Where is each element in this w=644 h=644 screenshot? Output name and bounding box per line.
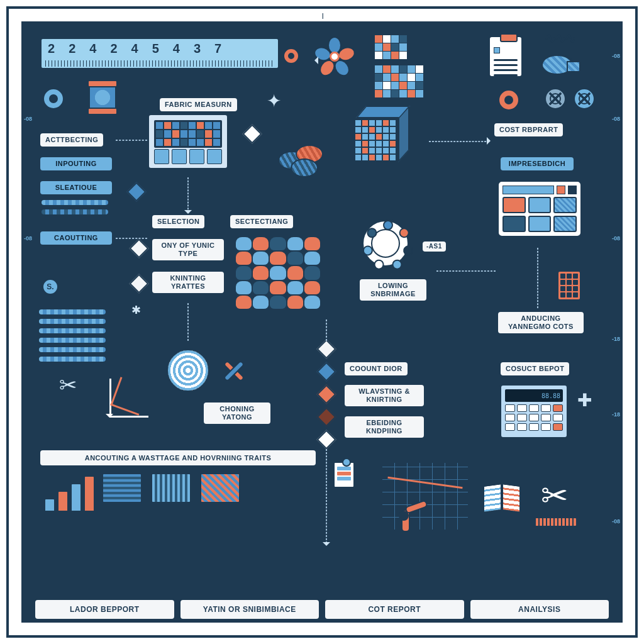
node-weaving[interactable]: WLAVSTING & KNIRTING: [343, 384, 425, 408]
tab-cost[interactable]: COT REPORT: [324, 599, 465, 620]
swatch: [553, 197, 577, 213]
node-sleatioue[interactable]: SLEATIOUE: [39, 180, 113, 196]
swatch: [528, 197, 552, 213]
keypad-icon: [557, 270, 581, 301]
ruler-icon: 2 2 4 2 4 5 4 3 7: [40, 38, 279, 69]
coil-icon: [166, 348, 210, 392]
frame-tick: |: [322, 13, 324, 19]
side-num: -08: [24, 116, 32, 122]
decision-icon: [129, 238, 148, 258]
swatch-panel-icon: [497, 180, 582, 238]
donut-icon: [44, 89, 63, 108]
side-num: -18: [612, 336, 620, 342]
dial-icon: [361, 219, 410, 268]
node-loading[interactable]: LOWING SNBRIMAGE: [358, 278, 428, 302]
ruler-mark: 5: [152, 42, 159, 56]
tab-yarn[interactable]: YATIN OR SNIBIMBIACE: [179, 599, 321, 620]
ring-icon: [499, 91, 518, 109]
coin-icon: S.: [42, 278, 59, 296]
decision-icon: [242, 124, 262, 143]
flower-icon: [316, 38, 353, 75]
ruler-mark: 2: [48, 42, 55, 56]
node-coount[interactable]: COOUNT DIOR: [343, 361, 409, 377]
node-knitting[interactable]: KNINTING YRATTES: [151, 270, 225, 294]
node-ebeding[interactable]: EBEIDING KNDPIING: [343, 415, 425, 439]
yarn-icon: [278, 145, 323, 176]
ruler-mark: 3: [194, 42, 201, 56]
swatch: [528, 216, 552, 232]
ruler-mark: 4: [89, 42, 96, 56]
machine-icon: [147, 113, 229, 170]
arrow-left-icon: [311, 57, 318, 64]
plus-icon: ✚: [577, 390, 592, 411]
arrow-down-icon: [184, 210, 192, 218]
decision-icon: [316, 384, 336, 404]
pixel-shape-icon: [374, 34, 408, 60]
node-caoutting[interactable]: CAOUTTING: [39, 230, 113, 246]
sparkle-icon: ✦: [267, 91, 281, 111]
decision-icon: [316, 407, 336, 426]
spool-icon: [88, 82, 117, 113]
diagram-canvas: -08 -08 -08 -18 -18 -08 -08 -08 2 2 4 2 …: [21, 21, 623, 623]
decision-icon: [316, 430, 336, 449]
scissors-icon: ✂: [541, 477, 569, 514]
side-num: -08: [612, 518, 620, 525]
node-sectecting[interactable]: SECTECTIANG: [229, 214, 294, 230]
coin-label: S.: [42, 278, 59, 296]
node-chning[interactable]: CHONING YATONG: [203, 401, 272, 425]
tab-analysis[interactable]: ANAILYSIS: [469, 599, 611, 620]
tag-icon: [333, 462, 355, 488]
decision-icon: [129, 274, 148, 293]
decision-icon: [316, 339, 336, 358]
asterisk-icon: ✱: [131, 303, 141, 317]
tab-labor[interactable]: LADOR BEPPORT: [34, 599, 175, 620]
node-anducing[interactable]: ANDUCING YANNEGMO COTS: [497, 311, 585, 335]
node-colour[interactable]: COSUCT BEPOT: [499, 361, 570, 377]
node-fabric-measure[interactable]: FABRIC MEASURN: [158, 97, 238, 113]
ruler-mark: 2: [69, 42, 75, 56]
swatch: [502, 216, 526, 232]
node-actbecting[interactable]: ACTTBECTING: [39, 132, 104, 148]
node-selection[interactable]: SELECTION: [151, 214, 206, 230]
bar-stack-icon: [44, 475, 95, 512]
pixel-grid-icon: [374, 64, 425, 99]
side-num: -08: [612, 53, 620, 59]
node-longbar[interactable]: ANCOUTING A WASTTAGE AND HOVRNIING TRAIT…: [39, 449, 317, 467]
bottom-tabs: LADOR BEPPORT YATIN OR SNIBIMBIACE COT R…: [34, 599, 610, 620]
ruler-mark: 4: [131, 42, 138, 56]
tape-icon: [541, 54, 574, 75]
node-yarn-type[interactable]: ONY OF YUNIC TYPE: [151, 238, 225, 262]
fabric-roll-icon: [151, 473, 191, 503]
arrow-right-icon: [487, 137, 494, 145]
side-num: -08: [612, 116, 620, 122]
knit-swatch-icon: [234, 235, 322, 311]
dial-label: -AS1: [421, 240, 447, 253]
robot-arm-icon: [399, 497, 434, 532]
ruler-mark: 7: [214, 42, 221, 56]
fabric-roll-icon: [200, 473, 240, 503]
side-num: -08: [24, 235, 32, 242]
decision-icon: [316, 362, 336, 381]
ruler-mark: 2: [110, 42, 117, 56]
swatch: [502, 197, 526, 213]
ruler-end-icon: [284, 49, 298, 63]
pliers-icon: ✂: [59, 372, 77, 397]
side-num: -08: [612, 235, 620, 242]
calc-display: 88.88: [505, 389, 563, 402]
node-impresebdich[interactable]: IMPRESEBDICH: [499, 156, 575, 172]
comb-icon: [533, 517, 577, 527]
calculator-icon: 88.88: [499, 384, 569, 439]
decision-icon: [126, 182, 146, 201]
fabric-roll-icon: [102, 473, 142, 503]
cube-icon: [353, 106, 410, 162]
node-inputting[interactable]: INPOUTING: [39, 156, 113, 172]
yarn-stack-icon: [38, 308, 107, 363]
book-icon: [483, 484, 521, 512]
swatch: [553, 216, 577, 232]
node-cost-report[interactable]: COST RBPRART: [493, 122, 564, 138]
wheel-x-icon: [574, 88, 595, 109]
side-num: -18: [612, 411, 620, 418]
cross-tools-icon: [221, 358, 247, 384]
ruler-mark: 4: [173, 42, 180, 56]
wheel-x-icon: [545, 88, 566, 109]
